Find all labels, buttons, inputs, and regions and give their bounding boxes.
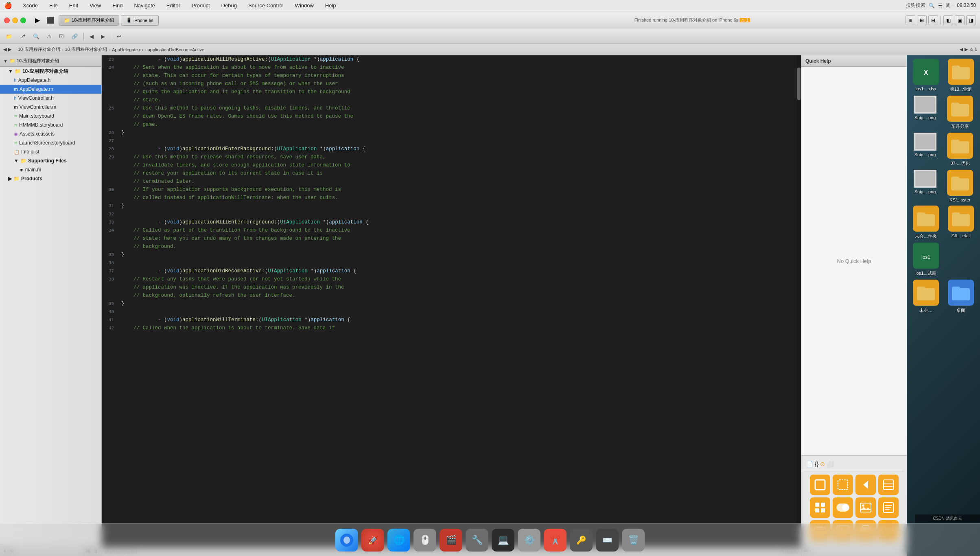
stop-button[interactable]: ⬛ [46,15,55,25]
utilities-btn[interactable]: ◨ [966,15,976,25]
menu-file[interactable]: File [47,2,60,9]
apple-menu[interactable]: 🍎 [4,2,12,9]
desktop-item-ksi[interactable]: KSI...aster [947,170,973,202]
search-icon[interactable]: 🔍 [929,3,935,9]
jump-bar-btn[interactable]: ↩ [114,31,124,42]
dock-quicktime[interactable]: 🎬 [440,529,462,552]
menu-edit[interactable]: Edit [67,2,81,9]
desktop-item-folder5[interactable]: 未会… [913,280,939,313]
nav-back[interactable]: ◀ [3,47,7,52]
debug-btn[interactable]: ▣ [955,15,965,25]
dock-tools[interactable]: 🔧 [466,529,488,552]
breadcrumb-right-icon[interactable]: ▶ [965,47,968,52]
menu-icon[interactable]: ☰ [938,3,943,9]
menu-view[interactable]: View [87,2,103,9]
menu-debug[interactable]: Debug [219,2,239,9]
sidebar-item-viewcontroller-m[interactable]: m ViewController.m [0,103,101,112]
debug-breakpoint-btn[interactable]: 🔗 [69,31,80,42]
menu-find[interactable]: Find [110,2,125,9]
dock-preferences[interactable]: ⚙️ [518,529,540,552]
nav-forward[interactable]: ▶ [8,47,11,52]
desktop-item-snip1[interactable]: Snip....png [914,96,936,129]
editor-assistant-btn[interactable]: ⊞ [917,15,927,25]
sidebar-item-viewcontroller-h[interactable]: h ViewController.h [0,94,101,103]
breadcrumb-left-icon[interactable]: ◀ [960,47,963,52]
uikit-switch-btn[interactable] [833,497,853,518]
forward-btn[interactable]: ▶ [98,31,107,42]
sidebar-item-supporting-files[interactable]: ▼ 📁 Supporting Files [0,156,101,165]
menu-source-control[interactable]: Source Control [246,2,286,9]
minimize-button[interactable] [12,18,18,23]
sidebar-item-hmmmd-storyboard[interactable]: ≋ HMMMD.storyboard [0,120,101,129]
project-tab[interactable]: 📁 10-应用程序对象介绍 [59,15,119,26]
code-scroll-area[interactable]: 23 - (void)applicationWillResignActive:(… [102,55,801,547]
desktop-item-snip3[interactable]: Snip....png [914,170,936,202]
uikit-image-btn[interactable] [855,497,876,518]
uikit-table-btn[interactable] [878,475,899,495]
dock-finder[interactable] [335,529,358,552]
scrollbar-track[interactable] [797,55,801,547]
uikit-obj-icon[interactable]: ⊙ [820,461,825,467]
breadcrumb-symbol[interactable]: applicationDidBecomeActive: [148,47,206,52]
navigator-btn[interactable]: ◧ [943,15,953,25]
git-btn[interactable]: ⎇ [17,31,28,42]
desktop-item-folder4[interactable]: 未会...件夹 [913,206,939,239]
menu-xcode[interactable]: Xcode [20,2,40,9]
dock-keyboard[interactable]: ⌨️ [596,529,619,552]
run-button[interactable]: ▶ [33,15,42,25]
uikit-grid-btn[interactable] [810,497,830,518]
breadcrumb-info-icon[interactable]: ℹ [975,47,977,52]
sidebar-item-main-storyboard[interactable]: ≋ Main.storyboard [0,112,101,120]
breadcrumb-file[interactable]: AppDelegate.m [112,47,143,52]
sidebar-item-main-m[interactable]: m main.m [0,165,101,174]
uikit-file-icon[interactable]: 📄 [806,461,813,467]
editor-standard-btn[interactable]: ≡ [906,15,915,25]
dock-app[interactable]: 🔑 [570,529,593,552]
navigator-folder-btn[interactable]: 📁 [3,31,15,42]
uikit-container-btn[interactable] [833,475,853,495]
editor-version-btn[interactable]: ⊟ [928,15,938,25]
back-btn[interactable]: ◀ [87,31,96,42]
sidebar-item-appdelegate-m[interactable]: m AppDelegate.m [0,85,101,94]
test-btn[interactable]: ☑ [57,31,66,42]
uikit-code-icon[interactable]: {} [815,461,818,467]
uikit-textview-btn[interactable] [878,497,899,518]
sidebar-item-launchscreen[interactable]: ≋ LaunchScreen.storyboard [0,138,101,147]
sidebar-item-products[interactable]: ▶ 📁 Products [0,174,101,183]
menu-navigate[interactable]: Navigate [131,2,157,9]
dock-textsoup[interactable]: ✂️ [544,529,567,552]
project-disclosure[interactable]: ▼ [3,59,8,63]
menu-window[interactable]: Window [293,2,316,9]
menu-help[interactable]: Help [323,2,339,9]
code-editor[interactable]: 23 - (void)applicationWillResignActive:(… [102,55,801,556]
desktop-item-ios-test[interactable]: ios1 ios1...试题 [913,243,939,276]
dock-launchpad[interactable]: 🚀 [361,529,384,552]
desktop-item-folder2[interactable]: 车丹分享 [947,96,973,129]
desktop-item-desktop[interactable]: 桌面 [948,280,974,313]
breadcrumb-warning-icon[interactable]: ⚠ [969,47,973,52]
desktop-item-xlsx[interactable]: X ios1....xlsx [913,59,939,92]
device-tab[interactable]: 📱 iPhone 6s [121,15,159,26]
maximize-button[interactable] [20,18,26,23]
desktop-item-snip2[interactable]: Snip....png [914,133,936,166]
close-button[interactable] [4,18,10,23]
desktop-item-zjl[interactable]: ZJL...etail [948,206,974,239]
scrollbar-thumb[interactable] [797,68,801,100]
issue-btn[interactable]: ⚠ [44,31,54,42]
uikit-back-btn[interactable] [855,475,876,495]
sidebar-project-group[interactable]: ▼ 📁 10-应用程序对象介绍 [0,67,101,76]
dock-mouse[interactable]: 🖱️ [413,529,436,552]
sidebar-item-assets[interactable]: ◉ Assets.xcassets [0,129,101,138]
menu-product[interactable]: Product [189,2,212,9]
breadcrumb-group[interactable]: 10-应用程序对象介绍 [65,46,107,53]
desktop-item-folder1[interactable]: 第13...业组 [948,59,974,92]
breadcrumb-project[interactable]: 10-应用程序对象介绍 [18,46,60,53]
dock-safari[interactable]: 🌐 [387,529,410,552]
sidebar-item-infoplist[interactable]: 📋 Info.plist [0,147,101,156]
sidebar-item-appdelegate-h[interactable]: h AppDelegate.h [0,76,101,85]
menu-editor[interactable]: Editor [164,2,183,9]
dock-terminal[interactable]: 💻 [492,529,514,552]
search-btn[interactable]: 🔍 [31,31,42,42]
dock-trash[interactable]: 🗑️ [622,529,645,552]
uikit-view-btn[interactable] [810,475,830,495]
